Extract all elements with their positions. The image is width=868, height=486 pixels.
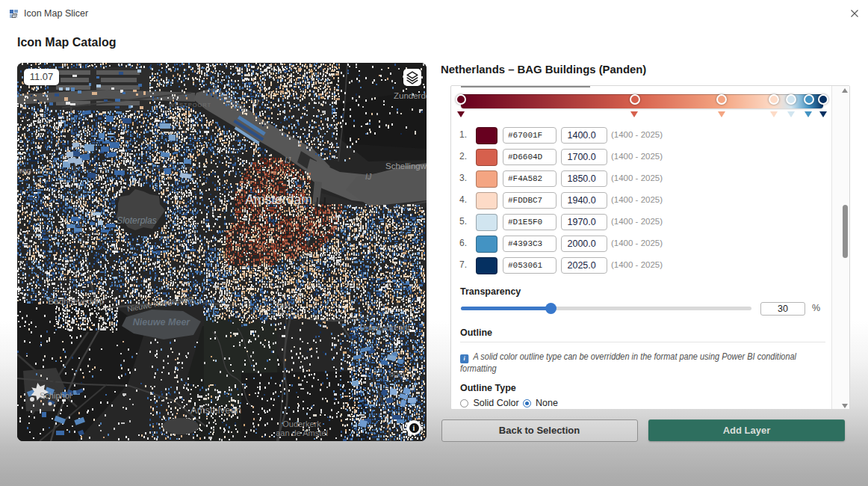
svg-text:Amsterdam: Amsterdam — [245, 192, 311, 207]
svg-text:Ouderkerk: Ouderkerk — [282, 419, 321, 428]
svg-text:WESTPOORT: WESTPOORT — [169, 102, 211, 108]
svg-text:Schellingwoude: Schellingwoude — [385, 162, 427, 170]
svg-text:Haarlemmerweg: Haarlemmerweg — [17, 166, 31, 175]
svg-text:zuid: zuid — [276, 301, 290, 310]
svg-text:IJ: IJ — [285, 156, 291, 164]
svg-text:Zunderdorp: Zunderdorp — [394, 91, 427, 100]
svg-text:IJ: IJ — [252, 98, 259, 107]
svg-text:IJ: IJ — [365, 172, 372, 181]
svg-text:Sloterplas: Sloterplas — [117, 215, 156, 226]
svg-text:Amstelveen: Amstelveen — [190, 405, 241, 416]
svg-text:aan de Amstel: aan de Amstel — [276, 428, 328, 437]
svg-text:Badhoevedorp: Badhoevedorp — [49, 297, 105, 306]
svg-text:Duivendrecht: Duivendrecht — [359, 323, 411, 332]
svg-text:oost: oost — [389, 369, 405, 378]
svg-text:Nieuwe Meer: Nieuwe Meer — [133, 317, 191, 327]
svg-text:Schiphol: Schiphol — [40, 391, 71, 400]
